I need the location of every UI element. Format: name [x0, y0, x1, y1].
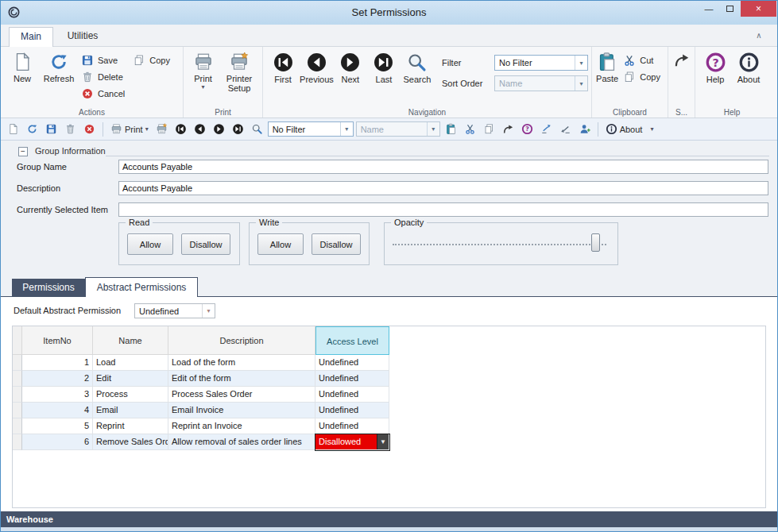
- tab-abstract-permissions[interactable]: Abstract Permissions: [85, 277, 198, 297]
- delete-button[interactable]: [62, 121, 79, 137]
- cut-button[interactable]: Cut: [619, 52, 664, 68]
- cancel-button[interactable]: Cancel: [77, 85, 129, 102]
- print-button[interactable]: Print ▾: [108, 121, 151, 137]
- tab-main[interactable]: Main: [9, 27, 53, 47]
- first-button[interactable]: First: [266, 49, 300, 105]
- printer-setup-button[interactable]: Printer Setup: [219, 49, 259, 105]
- cell-itemno[interactable]: 4: [22, 403, 93, 418]
- cancel-button[interactable]: [81, 121, 98, 137]
- opacity-slider-thumb[interactable]: [591, 233, 600, 252]
- read-allow-button[interactable]: Allow: [127, 233, 173, 255]
- help-button[interactable]: Help: [699, 49, 732, 105]
- cell-access-level[interactable]: Undefined: [315, 355, 389, 371]
- opacity-slider-track[interactable]: [393, 244, 606, 245]
- toolbar-overflow-button[interactable]: ▾: [647, 121, 656, 137]
- save-button[interactable]: Save: [77, 52, 129, 68]
- chevron-down-icon[interactable]: ▾: [202, 304, 215, 318]
- export-button[interactable]: [538, 121, 555, 137]
- cell-access-level[interactable]: Undefined: [315, 387, 389, 403]
- first-button[interactable]: [172, 121, 189, 137]
- column-header-itemno[interactable]: ItemNo: [22, 326, 93, 355]
- delete-button[interactable]: Delete: [77, 68, 129, 85]
- search-button[interactable]: Search: [401, 49, 434, 105]
- cell-access-level[interactable]: Undefined: [315, 418, 389, 434]
- share-button[interactable]: [500, 121, 517, 137]
- paste-button[interactable]: Paste: [595, 49, 619, 105]
- cell-description[interactable]: Email Invoice: [168, 403, 315, 418]
- print-button[interactable]: Print ▾: [187, 49, 219, 105]
- write-disallow-button[interactable]: Disallow: [312, 233, 361, 255]
- cell-access-level-editing[interactable]: Disallowed ▼: [315, 434, 389, 450]
- table-row[interactable]: 6 Remove Sales Ord Allow removal of sale…: [13, 434, 765, 450]
- about-button[interactable]: About: [603, 121, 645, 137]
- user-button[interactable]: [576, 121, 593, 137]
- next-button[interactable]: [211, 121, 227, 137]
- cell-itemno[interactable]: 1: [22, 355, 93, 371]
- about-button[interactable]: About: [732, 49, 765, 105]
- close-button[interactable]: ×: [741, 1, 776, 17]
- tab-utilities[interactable]: Utilities: [56, 27, 109, 47]
- import-button[interactable]: [557, 121, 574, 137]
- cell-access-level[interactable]: Undefined: [315, 403, 389, 418]
- copy-button[interactable]: Copy: [619, 68, 664, 85]
- group-name-input[interactable]: [118, 160, 768, 174]
- currently-selected-item-input[interactable]: [118, 202, 768, 217]
- column-header-access-level[interactable]: Access Level: [315, 326, 389, 355]
- new-button[interactable]: New: [4, 49, 41, 105]
- cell-name[interactable]: Remove Sales Ord: [93, 434, 168, 450]
- new-button[interactable]: [5, 121, 21, 137]
- row-indicator[interactable]: [13, 434, 22, 450]
- dropdown-button[interactable]: ▼: [377, 434, 389, 449]
- cut-button[interactable]: [462, 121, 478, 137]
- minimize-button[interactable]: —: [699, 1, 719, 17]
- row-indicator[interactable]: [13, 387, 22, 403]
- sort-order-combobox[interactable]: Name ▾: [356, 121, 440, 137]
- cell-description[interactable]: Edit of the form: [168, 371, 315, 387]
- table-row[interactable]: 1 Load Load of the form Undefined: [13, 355, 765, 371]
- collapse-group-button[interactable]: −: [18, 147, 28, 156]
- tab-permissions[interactable]: Permissions: [12, 279, 85, 297]
- cell-itemno[interactable]: 6: [22, 434, 93, 450]
- column-header-description[interactable]: Description: [168, 326, 315, 355]
- row-indicator[interactable]: [13, 355, 22, 371]
- cell-name[interactable]: Process: [93, 387, 168, 403]
- copy-button[interactable]: Copy: [129, 52, 174, 68]
- cell-name[interactable]: Load: [93, 355, 168, 371]
- last-button[interactable]: [230, 121, 246, 137]
- cell-itemno[interactable]: 2: [22, 371, 93, 387]
- collapse-ribbon-chevron-icon[interactable]: ∧: [752, 30, 766, 41]
- cell-name[interactable]: Reprint: [93, 418, 168, 434]
- previous-button[interactable]: [192, 121, 208, 137]
- maximize-button[interactable]: [719, 1, 740, 17]
- cell-itemno[interactable]: 5: [22, 418, 93, 434]
- table-row[interactable]: 3 Process Process Sales Order Undefined: [13, 387, 765, 403]
- cell-name[interactable]: Email: [93, 403, 168, 418]
- save-button[interactable]: [43, 121, 60, 137]
- cell-description[interactable]: Allow removal of sales order lines: [168, 434, 315, 450]
- table-row[interactable]: 5 Reprint Reprint an Invoice Undefined: [13, 418, 765, 434]
- filter-combobox[interactable]: No Filter ▾: [494, 55, 588, 71]
- previous-button[interactable]: Previous: [300, 49, 334, 105]
- paste-button[interactable]: [443, 121, 459, 137]
- table-row[interactable]: 4 Email Email Invoice Undefined: [13, 403, 765, 418]
- cell-description[interactable]: Process Sales Order: [168, 387, 315, 403]
- next-button[interactable]: Next: [334, 49, 367, 105]
- printer-setup-button[interactable]: [153, 121, 170, 137]
- copy-button[interactable]: [481, 121, 497, 137]
- table-row[interactable]: 2 Edit Edit of the form Undefined: [13, 371, 765, 387]
- chevron-down-icon[interactable]: ▾: [575, 56, 587, 70]
- description-input[interactable]: [118, 181, 768, 195]
- write-allow-button[interactable]: Allow: [257, 233, 304, 255]
- column-header-name[interactable]: Name: [93, 326, 168, 355]
- row-indicator[interactable]: [13, 371, 22, 387]
- share-button[interactable]: [672, 49, 691, 105]
- sort-order-combobox[interactable]: Name ▾: [494, 75, 588, 91]
- help-button[interactable]: [519, 121, 536, 137]
- cell-itemno[interactable]: 3: [22, 387, 93, 403]
- refresh-button[interactable]: Refresh: [41, 49, 77, 105]
- last-button[interactable]: Last: [367, 49, 401, 105]
- default-abstract-permission-combobox[interactable]: Undefined ▾: [134, 303, 215, 318]
- filter-combobox[interactable]: No Filter ▾: [268, 121, 354, 137]
- cell-access-level[interactable]: Undefined: [315, 371, 389, 387]
- chevron-down-icon[interactable]: ▾: [340, 122, 353, 136]
